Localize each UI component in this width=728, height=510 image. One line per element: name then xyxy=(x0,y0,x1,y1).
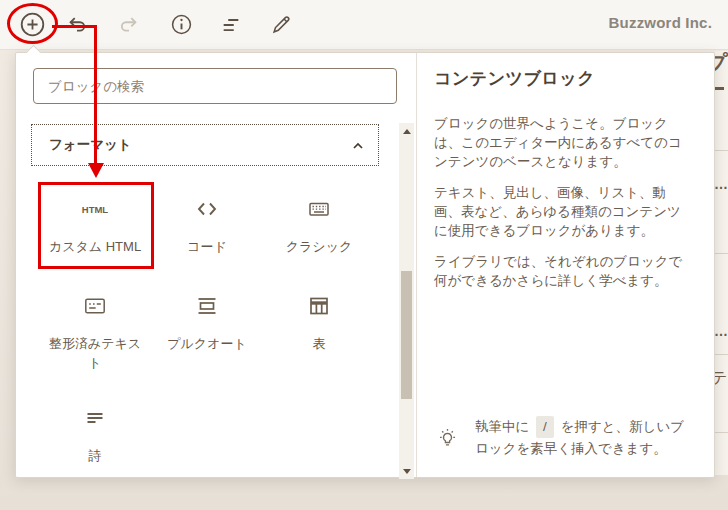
inserter-scrollbar[interactable] xyxy=(399,123,414,479)
editor-tip: 執筆中に / を押すと、新しいブロックを素早く挿入できます。 xyxy=(434,416,696,460)
block-item-custom-html[interactable]: HTML カスタム HTML xyxy=(39,197,151,294)
panel-paragraph: ライブラリでは、それぞれのブロックで何ができるかさらに詳しく学べます。 xyxy=(434,252,692,290)
clipped-text-fragment: 。 xyxy=(715,99,724,117)
block-item-code[interactable]: コード xyxy=(151,197,263,294)
block-item-label: プルクオート xyxy=(167,334,247,353)
panel-title: コンテンツブロック xyxy=(434,67,695,90)
keyboard-icon xyxy=(307,197,331,221)
undo-icon xyxy=(66,14,88,36)
divider-fragment xyxy=(715,354,728,355)
verse-icon xyxy=(83,406,107,430)
undo-button[interactable] xyxy=(59,7,95,43)
scrollbar-thumb[interactable] xyxy=(401,271,412,399)
block-item-label: クラシック xyxy=(286,237,353,256)
block-item-label: 表 xyxy=(313,334,326,353)
format-section-header[interactable]: フォーマット xyxy=(31,124,379,166)
table-icon xyxy=(307,294,331,318)
block-item-label: カスタム HTML xyxy=(49,237,141,256)
divider-fragment xyxy=(715,150,728,151)
list-view-icon xyxy=(220,14,242,36)
ellipsis-menu-fragment: … xyxy=(715,323,728,339)
panel-paragraph: テキスト、見出し、画像、リスト、動画、表など、あらゆる種類のコンテンツに使用でき… xyxy=(434,183,692,240)
info-icon xyxy=(170,13,193,36)
plus-circle-icon xyxy=(19,11,46,38)
background-editor-strip: プ 。 … … テ xyxy=(715,51,728,475)
block-inserter-panel: フォーマット HTML カスタム HTML コード xyxy=(16,53,416,477)
add-block-button[interactable] xyxy=(14,7,50,43)
block-description-panel: コンテンツブロック ブロックの世界へようこそ。ブロックは、このエディター内にある… xyxy=(416,53,715,477)
svg-text:HTML: HTML xyxy=(82,204,109,215)
divider-fragment xyxy=(715,432,728,433)
scrollbar-up-arrow[interactable] xyxy=(399,123,414,139)
block-item-label: コード xyxy=(187,237,227,256)
format-section-label: フォーマット xyxy=(49,136,132,154)
panel-body: ブロックの世界へようこそ。ブロックは、このエディター内にあるすべてのコンテンツの… xyxy=(434,114,692,290)
lightbulb-icon xyxy=(437,426,458,453)
block-inserter-popover: フォーマット HTML カスタム HTML コード xyxy=(15,52,715,478)
scrollbar-down-arrow[interactable] xyxy=(399,463,414,479)
block-item-preformatted[interactable]: 整形済みテキスト xyxy=(39,294,151,406)
clipped-text-fragment: テ xyxy=(715,368,727,389)
block-item-table[interactable]: 表 xyxy=(263,294,375,406)
block-item-verse[interactable]: 詩 xyxy=(39,406,151,465)
block-item-label: 整形済みテキスト xyxy=(45,334,145,372)
details-button[interactable] xyxy=(163,7,199,43)
redo-button[interactable] xyxy=(111,7,147,43)
preformatted-icon xyxy=(83,294,107,318)
chevron-up-icon xyxy=(350,138,366,158)
redo-icon xyxy=(118,14,140,36)
slash-key: / xyxy=(536,416,554,438)
pullquote-icon xyxy=(195,294,219,318)
block-item-classic[interactable]: クラシック xyxy=(263,197,375,294)
code-icon xyxy=(195,197,219,221)
clipped-text-fragment: プ xyxy=(715,51,728,77)
tip-prefix: 執筆中に xyxy=(475,419,529,434)
pencil-icon xyxy=(270,14,292,36)
html-icon: HTML xyxy=(80,197,110,221)
block-search-input[interactable] xyxy=(33,68,397,104)
editor-top-toolbar: Buzzword Inc. xyxy=(0,0,728,50)
panel-paragraph: ブロックの世界へようこそ。ブロックは、このエディター内にあるすべてのコンテンツの… xyxy=(434,114,692,171)
ellipsis-menu-fragment: … xyxy=(715,176,728,192)
edit-mode-button[interactable] xyxy=(263,7,299,43)
tip-text: 執筆中に / を押すと、新しいブロックを素早く挿入できます。 xyxy=(475,416,696,460)
block-item-label: 詩 xyxy=(89,446,102,465)
divider-fragment xyxy=(715,253,728,254)
clipped-underline-fragment xyxy=(715,87,724,90)
block-item-pullquote[interactable]: プルクオート xyxy=(151,294,263,406)
list-view-button[interactable] xyxy=(213,7,249,43)
block-type-grid: HTML カスタム HTML コード ク xyxy=(39,197,375,465)
site-brand: Buzzword Inc. xyxy=(609,14,712,31)
